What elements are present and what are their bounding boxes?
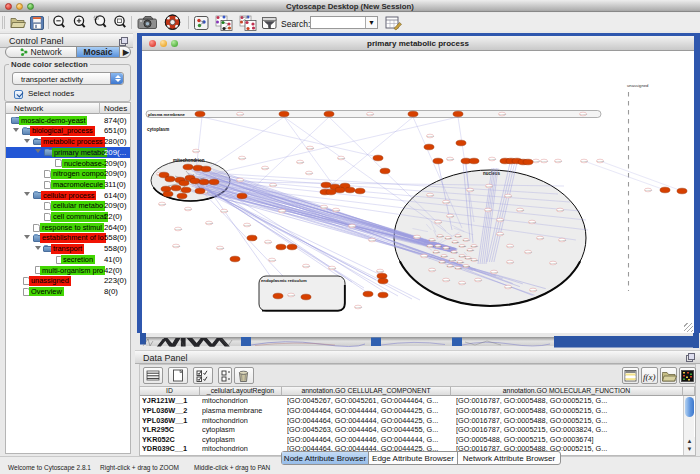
- svg-text:S-0035: S-0035: [597, 160, 605, 162]
- svg-text:S-0029: S-0029: [451, 251, 459, 253]
- svg-text:S-0056: S-0056: [367, 113, 375, 115]
- svg-text:S-0067: S-0067: [244, 224, 252, 226]
- svg-text:S-0093: S-0093: [427, 245, 435, 247]
- svg-text:S-0086: S-0086: [433, 251, 441, 253]
- svg-text:S-0038: S-0038: [447, 158, 455, 160]
- svg-text:S-0054: S-0054: [471, 245, 479, 247]
- svg-text:S-0056: S-0056: [369, 239, 377, 241]
- svg-text:S-0098: S-0098: [288, 294, 296, 296]
- svg-text:S-0043: S-0043: [221, 210, 229, 212]
- svg-text:S-0052: S-0052: [333, 209, 341, 211]
- svg-text:S-0091: S-0091: [550, 262, 558, 264]
- svg-text:S-0026: S-0026: [455, 267, 463, 269]
- svg-text:S-0093: S-0093: [449, 259, 457, 261]
- svg-text:f(x): f(x): [643, 372, 656, 382]
- svg-text:S-0054: S-0054: [429, 269, 437, 271]
- svg-text:S-0026: S-0026: [435, 245, 443, 247]
- svg-text:cytoplasm: cytoplasm: [147, 127, 169, 132]
- svg-text:S-0055: S-0055: [206, 222, 214, 224]
- svg-text:S-0035: S-0035: [517, 209, 525, 211]
- svg-text:S-0069: S-0069: [429, 239, 437, 241]
- svg-text:S-0013: S-0013: [239, 157, 247, 159]
- svg-text:S-0060: S-0060: [414, 236, 422, 238]
- svg-text:S-0099: S-0099: [185, 208, 193, 210]
- svg-text:S-0032: S-0032: [505, 286, 513, 288]
- svg-text:S-0034: S-0034: [377, 270, 385, 272]
- svg-text:S-0013: S-0013: [173, 245, 181, 247]
- svg-text:S-0023: S-0023: [467, 189, 475, 191]
- svg-text:S-0071: S-0071: [459, 282, 467, 284]
- svg-text:S-0070: S-0070: [467, 249, 475, 251]
- svg-text:S-0010: S-0010: [475, 279, 483, 281]
- svg-text:S-0039: S-0039: [581, 160, 589, 162]
- svg-text:S-0055: S-0055: [338, 157, 346, 159]
- svg-text:S-0076: S-0076: [306, 172, 314, 174]
- svg-text:S-0079: S-0079: [279, 210, 287, 212]
- svg-text:S-0028: S-0028: [499, 113, 507, 115]
- svg-text:S-0035: S-0035: [447, 215, 455, 217]
- svg-text:S-0054: S-0054: [265, 241, 273, 243]
- svg-text:S-0093: S-0093: [443, 279, 451, 281]
- svg-text:S-0091: S-0091: [427, 135, 435, 137]
- svg-text:S-0020: S-0020: [427, 194, 435, 196]
- svg-text:S-0074: S-0074: [321, 206, 329, 208]
- svg-text:S-0039: S-0039: [486, 185, 494, 187]
- svg-text:endoplasmic reticulum: endoplasmic reticulum: [261, 278, 307, 283]
- svg-text:S-0013: S-0013: [217, 247, 225, 249]
- svg-text:mitochondrion: mitochondrion: [173, 158, 205, 163]
- svg-text:S-0013: S-0013: [443, 247, 451, 249]
- svg-text:S-0030: S-0030: [452, 241, 460, 243]
- svg-text:S-0012: S-0012: [463, 265, 471, 267]
- svg-text:S-0094: S-0094: [463, 239, 471, 241]
- svg-text:S-0029: S-0029: [455, 235, 463, 237]
- svg-text:S-0054: S-0054: [349, 225, 357, 227]
- svg-text:S-0020: S-0020: [497, 233, 505, 235]
- svg-text:S-0071: S-0071: [525, 251, 533, 253]
- svg-text:S-0021: S-0021: [159, 203, 167, 205]
- svg-text:S-0080: S-0080: [447, 265, 455, 267]
- svg-text:S-0034: S-0034: [533, 160, 541, 162]
- svg-text:S-0094: S-0094: [507, 245, 515, 247]
- svg-text:S-0020: S-0020: [445, 237, 453, 239]
- svg-text:S-0073: S-0073: [175, 228, 183, 230]
- svg-text:S-0069: S-0069: [441, 255, 449, 257]
- svg-text:nucleus: nucleus: [483, 171, 501, 176]
- svg-text:S-0025: S-0025: [497, 219, 505, 221]
- svg-text:unassigned: unassigned: [627, 83, 649, 88]
- svg-text:S-0043: S-0043: [329, 267, 337, 269]
- svg-text:plasma membrane: plasma membrane: [148, 112, 185, 117]
- svg-text:S-0059: S-0059: [485, 209, 493, 211]
- svg-text:S-0011: S-0011: [471, 259, 479, 261]
- svg-text:S-0038: S-0038: [443, 201, 451, 203]
- svg-text:S-0056: S-0056: [262, 167, 270, 169]
- svg-text:S-0077: S-0077: [237, 113, 245, 115]
- svg-text:S-0021: S-0021: [557, 209, 565, 211]
- svg-text:S-0048: S-0048: [237, 179, 245, 181]
- svg-text:S-0028: S-0028: [457, 261, 465, 263]
- svg-text:S-0045: S-0045: [269, 259, 277, 261]
- svg-text:S-0089: S-0089: [507, 261, 515, 263]
- svg-text:S-0036: S-0036: [537, 237, 545, 239]
- svg-text:S-0087: S-0087: [355, 306, 363, 308]
- svg-text:S-0061: S-0061: [437, 235, 445, 237]
- svg-text:S-0078: S-0078: [270, 184, 278, 186]
- svg-text:S-0065: S-0065: [530, 289, 538, 291]
- svg-text:S-0053: S-0053: [529, 221, 537, 223]
- svg-text:S-0071: S-0071: [435, 221, 443, 223]
- svg-text:S-0061: S-0061: [555, 160, 563, 162]
- svg-text:S-0070: S-0070: [303, 265, 311, 267]
- svg-text:S-0098: S-0098: [580, 113, 588, 115]
- svg-text:S-0031: S-0031: [307, 147, 315, 149]
- svg-text:S-0092: S-0092: [421, 255, 429, 257]
- svg-text:S-0079: S-0079: [193, 150, 201, 152]
- svg-text:S-0040: S-0040: [541, 160, 549, 162]
- svg-text:S-0038: S-0038: [297, 161, 305, 163]
- svg-text:S-0031: S-0031: [459, 245, 467, 247]
- svg-text:S-0088: S-0088: [491, 271, 499, 273]
- svg-text:S-0088: S-0088: [489, 158, 497, 160]
- svg-text:S-0052: S-0052: [559, 239, 567, 241]
- svg-text:S-0076: S-0076: [645, 189, 653, 191]
- svg-text:S-0080: S-0080: [439, 261, 447, 263]
- svg-text:S-0070: S-0070: [505, 195, 513, 197]
